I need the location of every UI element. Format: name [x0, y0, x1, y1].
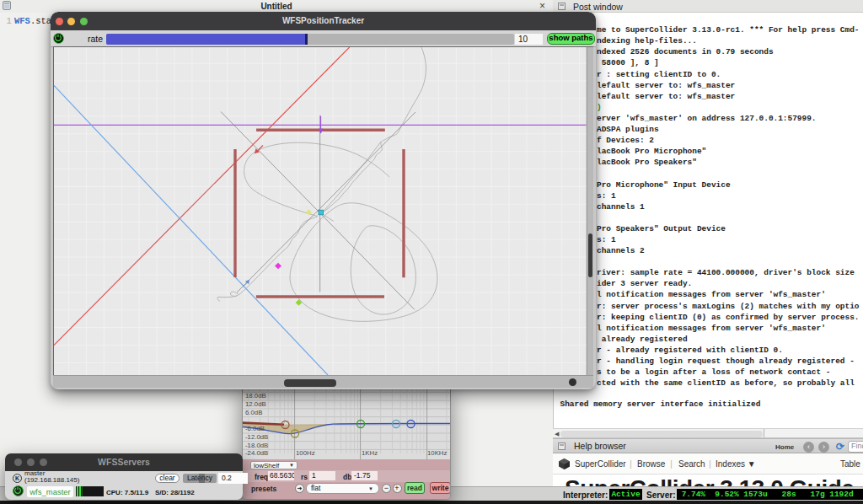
- svg-text:12.0dB: 12.0dB: [245, 400, 266, 408]
- svg-text:-12.0dB: -12.0dB: [245, 433, 268, 441]
- svg-text:100Hz: 100Hz: [296, 449, 315, 457]
- svg-text:1KHz: 1KHz: [362, 449, 378, 457]
- svg-text:-6.0dB: -6.0dB: [245, 425, 265, 432]
- svg-text:-24.0dB: -24.0dB: [245, 449, 268, 457]
- svg-text:18.0dB: 18.0dB: [245, 392, 266, 399]
- svg-text:10KHz: 10KHz: [427, 449, 448, 457]
- svg-text:6.0dB: 6.0dB: [245, 409, 262, 416]
- svg-text:-18.0dB: -18.0dB: [245, 442, 268, 449]
